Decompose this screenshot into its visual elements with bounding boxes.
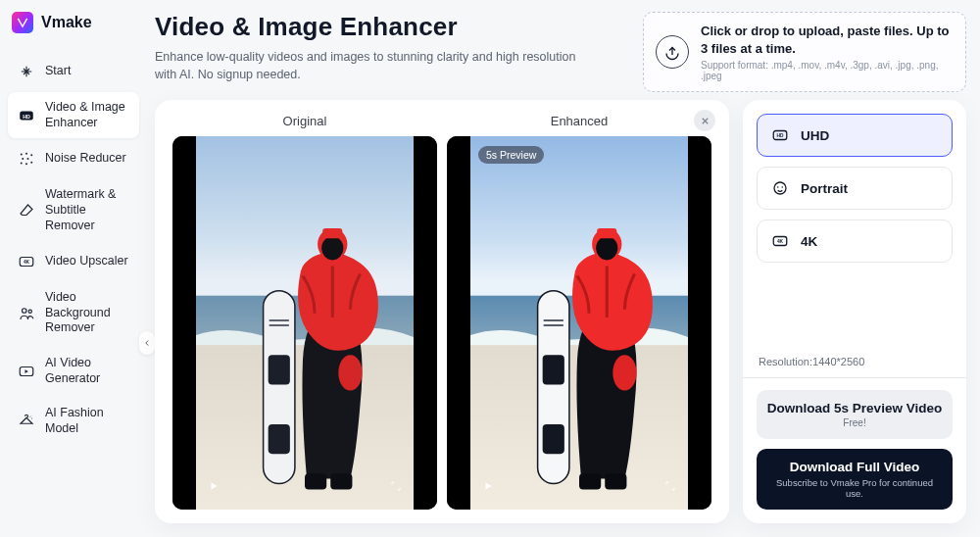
upload-title: Click or drop to upload, paste files. Up… bbox=[701, 23, 952, 57]
sidebar-item-generator[interactable]: AI Video Generator bbox=[8, 348, 139, 394]
play-icon[interactable] bbox=[208, 478, 220, 496]
sparkle-icon bbox=[18, 63, 35, 80]
download-full-button[interactable]: Download Full Video Subscribe to Vmake P… bbox=[757, 449, 953, 510]
svg-rect-23 bbox=[322, 228, 342, 238]
hanger-icon bbox=[18, 413, 35, 430]
page-subtitle: Enhance low-quality videos and images to… bbox=[155, 48, 596, 83]
mode-uhd[interactable]: HD UHD bbox=[757, 114, 953, 157]
download-full-sub: Subscribe to Vmake Pro for continued use… bbox=[766, 477, 943, 499]
preview-badge: 5s Preview bbox=[478, 146, 544, 164]
svg-point-24 bbox=[338, 355, 362, 390]
sidebar: Vmake Start HD Video & Image Enhancer No… bbox=[0, 0, 147, 537]
compare-labels: Original Enhanced bbox=[172, 114, 711, 128]
face-icon bbox=[771, 179, 789, 197]
svg-rect-35 bbox=[597, 228, 616, 238]
expand-icon[interactable] bbox=[390, 478, 402, 496]
sidebar-item-start[interactable]: Start bbox=[8, 55, 139, 88]
upload-dropzone[interactable]: Click or drop to upload, paste files. Up… bbox=[643, 12, 966, 92]
svg-point-7 bbox=[21, 163, 23, 165]
resolution-info: Resolution:1440*2560 bbox=[759, 356, 953, 367]
svg-rect-31 bbox=[543, 355, 564, 384]
original-image bbox=[196, 136, 414, 510]
mode-list: HD UHD Portrait 4K 4K bbox=[757, 114, 953, 263]
svg-point-43 bbox=[782, 186, 784, 188]
svg-point-3 bbox=[25, 153, 27, 155]
sidebar-item-fashion[interactable]: AI Fashion Model bbox=[8, 398, 139, 444]
sidebar-item-label: Video Upscaler bbox=[45, 254, 128, 269]
mode-label: UHD bbox=[801, 128, 829, 143]
video-play-icon bbox=[18, 363, 35, 380]
expand-icon[interactable] bbox=[664, 478, 676, 496]
svg-point-36 bbox=[612, 355, 636, 390]
workspace: Original Enhanced bbox=[155, 100, 966, 523]
svg-rect-37 bbox=[579, 473, 601, 489]
brand-name: Vmake bbox=[41, 14, 92, 31]
download-preview-sub: Free! bbox=[766, 417, 943, 428]
sidebar-item-watermark[interactable]: Watermark & Subtitle Remover bbox=[8, 179, 139, 241]
brand-logo-icon bbox=[12, 12, 33, 33]
topbar: Video & Image Enhancer Enhance low-quali… bbox=[155, 12, 966, 92]
sidebar-item-label: Video & Image Enhancer bbox=[45, 100, 129, 130]
svg-point-5 bbox=[22, 158, 24, 160]
svg-point-4 bbox=[30, 155, 32, 157]
svg-rect-19 bbox=[269, 355, 290, 384]
download-full-title: Download Full Video bbox=[766, 460, 943, 474]
svg-point-6 bbox=[27, 158, 29, 160]
settings-panel: HD UHD Portrait 4K 4K Resolution:1440*25… bbox=[743, 100, 966, 523]
svg-text:HD: HD bbox=[776, 133, 784, 138]
svg-rect-20 bbox=[269, 424, 290, 454]
svg-rect-25 bbox=[305, 473, 326, 489]
film-bar-right bbox=[688, 136, 711, 510]
sidebar-item-label: Video Background Remover bbox=[45, 290, 129, 336]
upload-icon bbox=[656, 35, 689, 69]
svg-point-2 bbox=[21, 154, 23, 156]
upload-formats: Support format: .mp4, .mov, .m4v, .3gp, … bbox=[701, 60, 952, 81]
sidebar-item-noise[interactable]: Noise Reducer bbox=[8, 142, 139, 175]
svg-rect-26 bbox=[330, 473, 352, 489]
close-button[interactable] bbox=[694, 110, 715, 131]
film-bar-right bbox=[414, 136, 437, 510]
sidebar-collapse-handle[interactable] bbox=[139, 331, 155, 355]
svg-point-13 bbox=[28, 310, 31, 313]
film-bar-left bbox=[447, 136, 470, 510]
download-preview-button[interactable]: Download 5s Preview Video Free! bbox=[757, 390, 953, 439]
svg-point-42 bbox=[777, 186, 779, 188]
headline: Video & Image Enhancer Enhance low-quali… bbox=[155, 12, 625, 83]
enhanced-frame[interactable]: 5s Preview bbox=[447, 136, 711, 510]
main-area: Video & Image Enhancer Enhance low-quali… bbox=[147, 0, 980, 537]
compare-card: Original Enhanced bbox=[155, 100, 729, 523]
svg-text:4K: 4K bbox=[777, 239, 784, 244]
mode-label: 4K bbox=[801, 234, 817, 249]
svg-point-9 bbox=[30, 162, 32, 164]
enhanced-label: Enhanced bbox=[447, 114, 711, 128]
4k-badge-icon: 4K bbox=[771, 232, 789, 250]
film-bar-left bbox=[172, 136, 196, 510]
svg-point-8 bbox=[25, 164, 27, 166]
brand: Vmake bbox=[0, 0, 147, 39]
hd-badge-icon: HD bbox=[18, 107, 35, 124]
sidebar-item-enhancer[interactable]: HD Video & Image Enhancer bbox=[8, 92, 139, 138]
enhanced-image bbox=[470, 136, 688, 510]
sidebar-item-label: AI Fashion Model bbox=[45, 406, 129, 436]
4k-badge-icon: 4K bbox=[18, 253, 35, 270]
original-frame[interactable] bbox=[172, 136, 437, 510]
resolution-label: Resolution: bbox=[759, 356, 812, 367]
mode-4k[interactable]: 4K 4K bbox=[757, 220, 953, 263]
person-cutout-icon bbox=[18, 305, 35, 322]
sidebar-item-upscaler[interactable]: 4K Video Upscaler bbox=[8, 245, 139, 278]
sidebar-item-bg-remover[interactable]: Video Background Remover bbox=[8, 282, 139, 344]
sidebar-item-label: Start bbox=[45, 64, 71, 79]
svg-rect-32 bbox=[543, 424, 564, 454]
svg-point-34 bbox=[596, 236, 617, 260]
eraser-icon bbox=[18, 202, 35, 220]
svg-text:4K: 4K bbox=[24, 261, 30, 266]
mode-portrait[interactable]: Portrait bbox=[757, 167, 953, 210]
download-preview-title: Download 5s Preview Video bbox=[766, 401, 943, 415]
play-icon[interactable] bbox=[482, 478, 494, 496]
sidebar-item-label: Watermark & Subtitle Remover bbox=[45, 187, 129, 233]
upload-text: Click or drop to upload, paste files. Up… bbox=[701, 23, 952, 81]
svg-point-41 bbox=[774, 182, 786, 194]
svg-point-22 bbox=[321, 236, 343, 260]
resolution-value: 1440*2560 bbox=[812, 356, 864, 367]
svg-point-12 bbox=[23, 308, 27, 313]
